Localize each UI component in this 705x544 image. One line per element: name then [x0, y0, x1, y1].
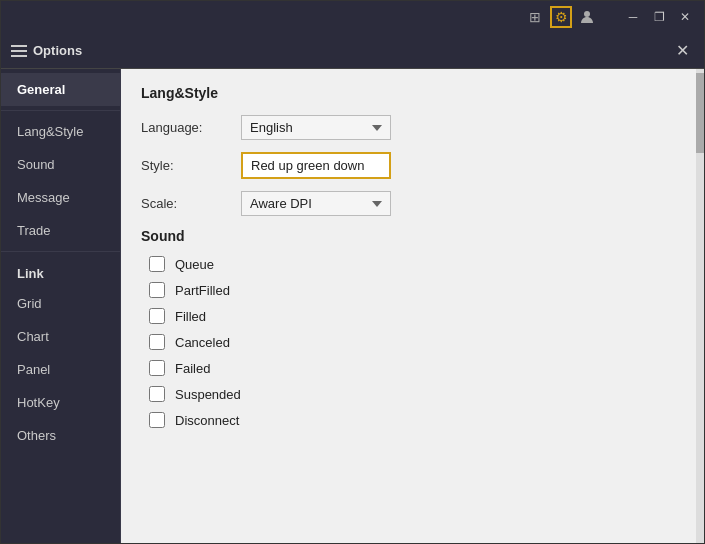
- checkbox-suspended-row: Suspended: [141, 386, 676, 402]
- canceled-checkbox[interactable]: [149, 334, 165, 350]
- scale-row: Scale: Aware DPI 100% 125% 150%: [141, 191, 676, 216]
- style-select[interactable]: Red up green down Green up red down: [241, 152, 391, 179]
- main-window: ⊞ ⚙ ─ ❐ ✕ Options ✕ General Lang&Style S…: [0, 0, 705, 544]
- checkbox-partfilled-row: PartFilled: [141, 282, 676, 298]
- language-row: Language: English Chinese Japanese: [141, 115, 676, 140]
- langstyle-section-header: Lang&Style: [141, 85, 676, 101]
- hamburger-icon[interactable]: [11, 45, 27, 57]
- suspended-label: Suspended: [175, 387, 241, 402]
- queue-label: Queue: [175, 257, 214, 272]
- settings-icon[interactable]: ⚙: [550, 6, 572, 28]
- sidebar-item-hotkey[interactable]: HotKey: [1, 386, 120, 419]
- style-row: Style: Red up green down Green up red do…: [141, 152, 676, 179]
- user-icon[interactable]: [576, 6, 598, 28]
- sound-section: Sound Queue PartFilled Filled Canceled: [141, 228, 676, 428]
- failed-label: Failed: [175, 361, 210, 376]
- content-area: General Lang&Style Sound Message Trade L…: [1, 69, 704, 543]
- language-label: Language:: [141, 120, 241, 135]
- scale-control: Aware DPI 100% 125% 150%: [241, 191, 391, 216]
- scrollbar-track[interactable]: [696, 69, 704, 543]
- checkbox-disconnect-row: Disconnect: [141, 412, 676, 428]
- sidebar-divider-2: [1, 251, 120, 252]
- sound-section-header: Sound: [141, 228, 676, 244]
- sidebar-item-trade[interactable]: Trade: [1, 214, 120, 247]
- filled-checkbox[interactable]: [149, 308, 165, 324]
- disconnect-checkbox[interactable]: [149, 412, 165, 428]
- svg-point-0: [584, 11, 590, 17]
- main-content: Lang&Style Language: English Chinese Jap…: [121, 69, 696, 543]
- filled-label: Filled: [175, 309, 206, 324]
- failed-checkbox[interactable]: [149, 360, 165, 376]
- menubar: Options ✕: [1, 33, 704, 69]
- language-select[interactable]: English Chinese Japanese: [241, 115, 391, 140]
- partfilled-checkbox[interactable]: [149, 282, 165, 298]
- checkbox-filled-row: Filled: [141, 308, 676, 324]
- scale-select[interactable]: Aware DPI 100% 125% 150%: [241, 191, 391, 216]
- restore-button[interactable]: ❐: [648, 6, 670, 28]
- sidebar-item-chart[interactable]: Chart: [1, 320, 120, 353]
- sidebar-item-langstyle[interactable]: Lang&Style: [1, 115, 120, 148]
- canceled-label: Canceled: [175, 335, 230, 350]
- sidebar-item-general[interactable]: General: [1, 73, 120, 106]
- close-button[interactable]: ✕: [674, 6, 696, 28]
- disconnect-label: Disconnect: [175, 413, 239, 428]
- scrollbar-thumb[interactable]: [696, 73, 704, 153]
- sidebar-item-message[interactable]: Message: [1, 181, 120, 214]
- menubar-close-button[interactable]: ✕: [670, 39, 694, 63]
- suspended-checkbox[interactable]: [149, 386, 165, 402]
- style-label: Style:: [141, 158, 241, 173]
- queue-checkbox[interactable]: [149, 256, 165, 272]
- sidebar-item-sound[interactable]: Sound: [1, 148, 120, 181]
- checkbox-failed-row: Failed: [141, 360, 676, 376]
- language-control: English Chinese Japanese: [241, 115, 391, 140]
- options-title: Options: [33, 43, 82, 58]
- titlebar: ⊞ ⚙ ─ ❐ ✕: [1, 1, 704, 33]
- checkbox-queue-row: Queue: [141, 256, 676, 272]
- sidebar: General Lang&Style Sound Message Trade L…: [1, 69, 121, 543]
- style-control: Red up green down Green up red down: [241, 152, 391, 179]
- layout-icon[interactable]: ⊞: [524, 6, 546, 28]
- sidebar-item-others[interactable]: Others: [1, 419, 120, 452]
- sidebar-divider-1: [1, 110, 120, 111]
- checkbox-canceled-row: Canceled: [141, 334, 676, 350]
- sidebar-link-label: Link: [1, 256, 120, 287]
- partfilled-label: PartFilled: [175, 283, 230, 298]
- sidebar-item-panel[interactable]: Panel: [1, 353, 120, 386]
- minimize-button[interactable]: ─: [622, 6, 644, 28]
- sidebar-item-grid[interactable]: Grid: [1, 287, 120, 320]
- scale-label: Scale:: [141, 196, 241, 211]
